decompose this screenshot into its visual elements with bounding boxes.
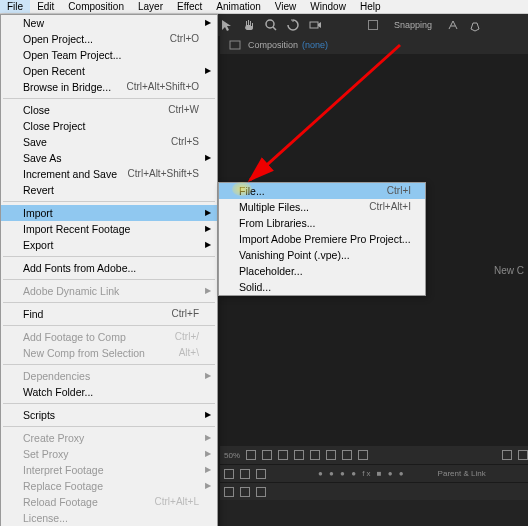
zoom-level[interactable]: 50% xyxy=(224,451,240,460)
menu-export[interactable]: Export▶ xyxy=(1,237,217,253)
menu-open-team-project[interactable]: Open Team Project... xyxy=(1,47,217,63)
menubar-file[interactable]: File xyxy=(0,0,30,13)
timeline-header: ● ● ● ● fx ■ ● ● Parent & Link xyxy=(220,464,528,482)
timeline-icon[interactable] xyxy=(224,469,234,479)
menu-new-comp-selection: New Comp from SelectionAlt+\ xyxy=(1,345,217,361)
timeline-icon[interactable] xyxy=(240,469,250,479)
submenu-multiple-files[interactable]: Multiple Files...Ctrl+Alt+I xyxy=(219,199,425,215)
camera-tool-icon[interactable] xyxy=(308,18,322,32)
menu-import[interactable]: Import▶ xyxy=(1,205,217,221)
menu-browse-bridge[interactable]: Browse in Bridge...Ctrl+Alt+Shift+O xyxy=(1,79,217,95)
svg-rect-2 xyxy=(310,22,318,28)
menu-separator xyxy=(3,279,215,280)
viewer-option-icon[interactable] xyxy=(326,450,336,460)
menu-separator xyxy=(3,201,215,202)
menu-revert[interactable]: Revert xyxy=(1,182,217,198)
composition-none: (none) xyxy=(302,40,328,50)
menubar-effect[interactable]: Effect xyxy=(170,0,209,13)
menu-interpret-footage: Interpret Footage▶ xyxy=(1,462,217,478)
menu-watch-folder[interactable]: Watch Folder... xyxy=(1,384,217,400)
viewer-option-icon[interactable] xyxy=(502,450,512,460)
hand-tool-icon[interactable] xyxy=(242,18,256,32)
menu-save-as[interactable]: Save As▶ xyxy=(1,150,217,166)
submenu-file[interactable]: File...Ctrl+I xyxy=(219,183,425,199)
menubar-composition[interactable]: Composition xyxy=(61,0,131,13)
submenu-placeholder[interactable]: Placeholder... xyxy=(219,263,425,279)
menu-scripts[interactable]: Scripts▶ xyxy=(1,407,217,423)
chevron-right-icon: ▶ xyxy=(205,237,211,253)
chevron-right-icon: ▶ xyxy=(205,446,211,462)
submenu-solid[interactable]: Solid... xyxy=(219,279,425,295)
timeline-toggle-icon[interactable] xyxy=(240,487,250,497)
chevron-right-icon: ▶ xyxy=(205,407,211,423)
menu-save[interactable]: SaveCtrl+S xyxy=(1,134,217,150)
menu-dynamic-link: Adobe Dynamic Link▶ xyxy=(1,283,217,299)
chevron-right-icon: ▶ xyxy=(205,221,211,237)
rotation-tool-icon[interactable] xyxy=(286,18,300,32)
menu-replace-footage: Replace Footage▶ xyxy=(1,478,217,494)
menu-separator xyxy=(3,256,215,257)
selection-tool-icon[interactable] xyxy=(220,18,234,32)
chevron-right-icon: ▶ xyxy=(205,150,211,166)
new-composition-hint[interactable]: New C xyxy=(494,265,524,276)
menubar-edit[interactable]: Edit xyxy=(30,0,61,13)
svg-line-1 xyxy=(273,27,276,30)
submenu-vanishing-point[interactable]: Vanishing Point (.vpe)... xyxy=(219,247,425,263)
viewer-option-icon[interactable] xyxy=(294,450,304,460)
menu-close-project[interactable]: Close Project xyxy=(1,118,217,134)
composition-icon xyxy=(228,38,242,52)
viewer-controls: 50% xyxy=(220,446,528,464)
menu-add-fonts[interactable]: Add Fonts from Adobe... xyxy=(1,260,217,276)
submenu-premiere-project[interactable]: Import Adobe Premiere Pro Project... xyxy=(219,231,425,247)
menu-dependencies: Dependencies▶ xyxy=(1,368,217,384)
menu-reload-footage: Reload FootageCtrl+Alt+L xyxy=(1,494,217,510)
menu-add-footage: Add Footage to CompCtrl+/ xyxy=(1,329,217,345)
viewer-option-icon[interactable] xyxy=(262,450,272,460)
menubar-layer[interactable]: Layer xyxy=(131,0,170,13)
composition-label: Composition xyxy=(248,40,298,50)
menu-separator xyxy=(3,403,215,404)
zoom-tool-icon[interactable] xyxy=(264,18,278,32)
chevron-right-icon: ▶ xyxy=(205,478,211,494)
snapping-checkbox[interactable] xyxy=(368,20,378,30)
viewer-option-icon[interactable] xyxy=(278,450,288,460)
menu-create-proxy: Create Proxy▶ xyxy=(1,430,217,446)
menu-find[interactable]: FindCtrl+F xyxy=(1,306,217,322)
file-menu: New▶ Open Project...Ctrl+O Open Team Pro… xyxy=(0,14,218,526)
menubar-view[interactable]: View xyxy=(268,0,304,13)
menu-import-recent[interactable]: Import Recent Footage▶ xyxy=(1,221,217,237)
menu-set-proxy: Set Proxy▶ xyxy=(1,446,217,462)
svg-point-0 xyxy=(266,20,274,28)
pen-tool-icon[interactable] xyxy=(468,18,482,32)
viewer-option-icon[interactable] xyxy=(358,450,368,460)
menu-close[interactable]: CloseCtrl+W xyxy=(1,102,217,118)
menu-open-project[interactable]: Open Project...Ctrl+O xyxy=(1,31,217,47)
timeline-toggle-icon[interactable] xyxy=(224,487,234,497)
viewer-option-icon[interactable] xyxy=(342,450,352,460)
chevron-right-icon: ▶ xyxy=(205,63,211,79)
parent-link-label: Parent & Link xyxy=(438,469,486,478)
menu-open-recent[interactable]: Open Recent▶ xyxy=(1,63,217,79)
menubar-window[interactable]: Window xyxy=(303,0,353,13)
timeline-footer xyxy=(220,482,528,500)
chevron-right-icon: ▶ xyxy=(205,283,211,299)
mask-tool-icon[interactable] xyxy=(446,18,460,32)
chevron-right-icon: ▶ xyxy=(205,205,211,221)
menubar-animation[interactable]: Animation xyxy=(209,0,267,13)
timeline-toggle-icon[interactable] xyxy=(256,487,266,497)
menu-new[interactable]: New▶ xyxy=(1,15,217,31)
layer-switches: ● ● ● ● fx ■ ● ● xyxy=(318,469,406,478)
svg-rect-3 xyxy=(230,41,240,49)
viewer-option-icon[interactable] xyxy=(246,450,256,460)
menu-separator xyxy=(3,98,215,99)
menu-separator xyxy=(3,302,215,303)
menu-increment-save[interactable]: Increment and SaveCtrl+Alt+Shift+S xyxy=(1,166,217,182)
chevron-right-icon: ▶ xyxy=(205,368,211,384)
viewer-option-icon[interactable] xyxy=(310,450,320,460)
viewer-option-icon[interactable] xyxy=(518,450,528,460)
menubar-help[interactable]: Help xyxy=(353,0,388,13)
timeline-icon[interactable] xyxy=(256,469,266,479)
timeline-panel: 50% ● ● ● ● fx ■ ● ● Parent & Link xyxy=(220,446,528,526)
submenu-from-libraries[interactable]: From Libraries... xyxy=(219,215,425,231)
chevron-right-icon: ▶ xyxy=(205,462,211,478)
